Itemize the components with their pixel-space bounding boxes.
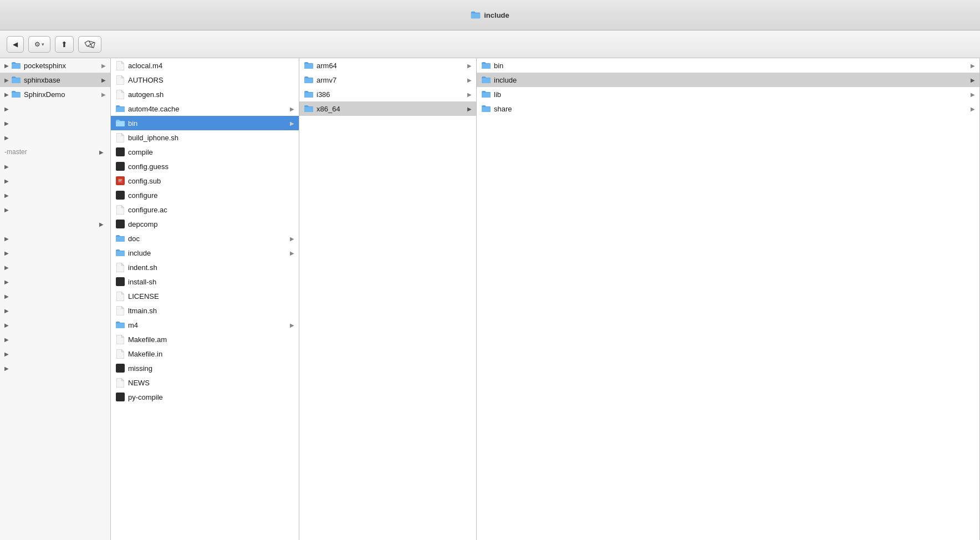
list-item[interactable]: Makefile.am: [111, 332, 299, 347]
expand-arrow: ▶: [4, 207, 9, 213]
list-item[interactable]: autom4te.cache ▶: [111, 101, 299, 116]
file-icon: [115, 206, 125, 213]
chevron-right-icon: ▶: [467, 77, 472, 83]
chevron-right-icon: ▶: [467, 106, 472, 112]
chevron-right-icon: ▶: [290, 120, 294, 126]
list-item[interactable]: bin ▶: [111, 116, 299, 130]
column-2: aclocal.m4 AUTHORS autogen.sh autom4te.c…: [111, 58, 299, 540]
list-item[interactable]: ▶: [0, 303, 110, 318]
list-item[interactable]: ▶: [0, 188, 110, 202]
list-item[interactable]: ▶: [0, 231, 110, 246]
file-icon: [115, 379, 125, 386]
list-item[interactable]: LICENSE: [111, 289, 299, 303]
list-item[interactable]: include ▶: [111, 246, 299, 260]
list-item[interactable]: ▶: [0, 246, 110, 260]
list-item[interactable]: missing: [111, 361, 299, 375]
list-item[interactable]: configure: [111, 188, 299, 202]
list-item[interactable]: ▶: [0, 116, 110, 130]
list-item[interactable]: ▶ SphinxDemo ▶: [0, 87, 110, 101]
folder-icon: [304, 62, 314, 69]
list-item[interactable]: ▶: [0, 101, 110, 116]
list-item[interactable]: share ▶: [477, 101, 979, 116]
list-item[interactable]: install-sh: [111, 274, 299, 289]
item-label: x86_64: [317, 105, 465, 113]
item-label: armv7: [317, 76, 465, 84]
list-item[interactable]: ▶: [0, 274, 110, 289]
list-item[interactable]: AUTHORS: [111, 73, 299, 87]
chevron-right-icon: ▶: [971, 91, 975, 98]
file-icon: [115, 263, 125, 271]
item-label: lib: [494, 90, 968, 99]
list-item[interactable]: ▶: [0, 260, 110, 274]
window-title: include: [471, 11, 509, 19]
list-item[interactable]: m4 ▶: [111, 318, 299, 332]
list-item[interactable]: lib ▶: [477, 87, 979, 101]
expand-arrow: ▶: [4, 106, 9, 112]
item-label: config.guess: [128, 162, 294, 171]
list-item[interactable]: depcomp: [111, 217, 299, 231]
list-item[interactable]: compile: [111, 145, 299, 159]
list-item[interactable]: ▶: [0, 347, 110, 361]
list-item[interactable]: bin ▶: [477, 58, 979, 73]
expand-arrow: ▶: [4, 365, 9, 371]
list-item[interactable]: NEWS: [111, 375, 299, 390]
item-label: i386: [317, 90, 465, 99]
back-forward-button[interactable]: ◀: [7, 36, 24, 53]
list-item[interactable]: autogen.sh: [111, 87, 299, 101]
column-3: arm64 ▶ armv7 ▶ i386 ▶ x86_64 ▶: [299, 58, 477, 540]
list-item[interactable]: ▶: [0, 289, 110, 303]
item-label: Makefile.in: [128, 350, 294, 358]
expand-arrow: ▶: [4, 164, 9, 170]
list-item[interactable]: ltmain.sh: [111, 303, 299, 318]
folder-icon: [11, 90, 21, 98]
list-item[interactable]: aclocal.m4: [111, 58, 299, 73]
list-item[interactable]: ▶: [0, 217, 110, 231]
list-item[interactable]: build_iphone.sh: [111, 130, 299, 145]
expand-arrow: ▶: [4, 322, 9, 328]
item-label: -master: [4, 148, 99, 156]
list-item[interactable]: py-compile: [111, 390, 299, 404]
item-label: compile: [128, 148, 294, 156]
list-item[interactable]: x86_64 ▶: [299, 101, 476, 116]
share-button[interactable]: ⬆: [55, 36, 74, 53]
gear-button[interactable]: ⚙ ▾: [28, 36, 50, 53]
item-label: missing: [128, 364, 294, 373]
list-item[interactable]: ▶: [0, 202, 110, 217]
exec-icon: [115, 220, 125, 228]
list-item[interactable]: arm64 ▶: [299, 58, 476, 73]
tag-icon: ⌫: [83, 38, 96, 50]
chevron-right-icon: ▶: [290, 322, 294, 328]
tag-button[interactable]: ⌫: [78, 36, 101, 53]
item-label: bin: [128, 119, 288, 128]
list-item[interactable]: Makefile.in: [111, 347, 299, 361]
list-item[interactable]: configure.ac: [111, 202, 299, 217]
toolbar: ◀ ⚙ ▾ ⬆ ⌫: [0, 30, 980, 58]
list-item[interactable]: doc ▶: [111, 231, 299, 246]
list-item[interactable]: indent.sh: [111, 260, 299, 274]
chevron-right-icon: ▶: [290, 106, 294, 112]
list-item[interactable]: ▶ pocketsphinx ▶: [0, 58, 110, 73]
expand-arrow: ▶: [99, 221, 104, 227]
file-icon: [115, 335, 125, 343]
list-item[interactable]: armv7 ▶: [299, 73, 476, 87]
list-item[interactable]: i386 ▶: [299, 87, 476, 101]
list-item[interactable]: config.sub: [111, 174, 299, 188]
list-item[interactable]: ▶: [0, 318, 110, 332]
list-item[interactable]: include ▶: [477, 73, 979, 87]
list-item[interactable]: -master ▶: [0, 145, 110, 159]
list-item[interactable]: config.guess: [111, 159, 299, 174]
list-item[interactable]: ▶ sphinxbase ▶: [0, 73, 110, 87]
list-item[interactable]: ▶: [0, 174, 110, 188]
chevron-down-icon: ▾: [42, 42, 44, 47]
folder-icon: [304, 90, 314, 98]
expand-arrow: ▶: [4, 236, 9, 242]
list-item[interactable]: ▶: [0, 159, 110, 174]
folder-icon: [11, 62, 21, 69]
item-label: autom4te.cache: [128, 105, 288, 113]
list-item[interactable]: ▶: [0, 332, 110, 347]
chevron-right-icon: ▶: [290, 236, 294, 242]
folder-icon: [115, 235, 125, 242]
list-item[interactable]: ▶: [0, 361, 110, 375]
list-item[interactable]: ▶: [0, 130, 110, 145]
title-bar: include: [0, 0, 980, 30]
